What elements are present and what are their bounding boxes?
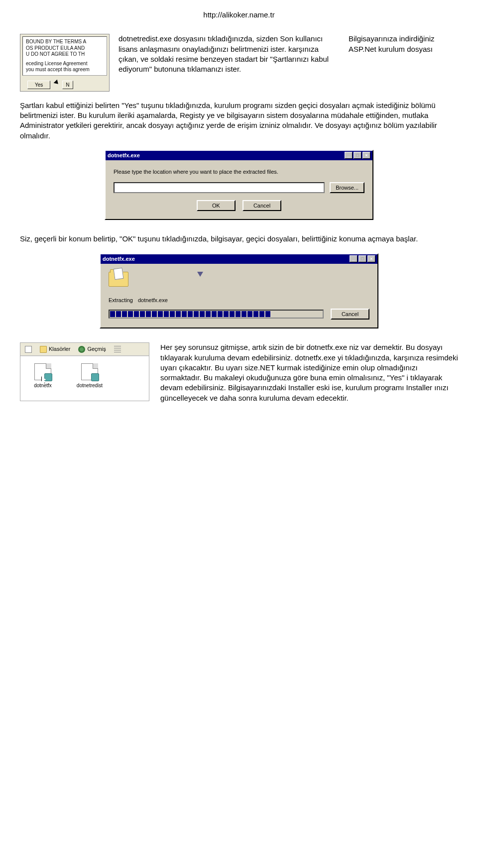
grid-icon xyxy=(25,346,32,353)
toolbar-label: Geçmiş xyxy=(87,345,106,353)
eula-snippet-window: BOUND BY THE TERMS A OS PRODUCT EULA AND… xyxy=(20,34,110,92)
file-label: dotnetredist xyxy=(72,382,107,389)
toolbar-label: Klasörler xyxy=(49,345,70,353)
explorer-toolbar: Klasörler Geçmiş xyxy=(20,343,149,356)
extracting-dialog: dotnetfx.exe _ □ × Extracting dotnetfx.e… xyxy=(100,253,378,329)
extracting-label: Extracting xyxy=(109,297,133,304)
dialog-title: dotnetfx.exe xyxy=(108,152,140,159)
extract-location-dialog: dotnetfx.exe _ □ × Please type the locat… xyxy=(105,150,373,220)
file-label: dotnetfx xyxy=(25,382,60,389)
cursor-icon xyxy=(54,79,60,86)
dialog-message: Please type the location where you want … xyxy=(114,168,364,176)
folder-icon xyxy=(109,272,128,287)
toolbar-folders-button[interactable]: Klasörler xyxy=(36,344,74,354)
eula-line: U DO NOT AGREE TO TH xyxy=(26,51,104,58)
file-icon xyxy=(34,363,51,380)
progress-bar xyxy=(109,310,324,319)
browse-button[interactable]: Browse... xyxy=(330,182,364,193)
intro-mid-text: dotnetredist.exe dosyasını tıkladığınızd… xyxy=(119,34,340,74)
paragraph-2: Siz, geçerli bir konum belirtip, "OK" tu… xyxy=(20,234,458,244)
history-icon xyxy=(78,346,85,353)
close-button[interactable]: × xyxy=(362,152,370,159)
list-icon xyxy=(114,346,121,353)
intro-right-text: Bilgisayarınıza indirdiğiniz ASP.Net kur… xyxy=(349,34,458,54)
eula-line: you must accept this agreem xyxy=(26,67,104,73)
cancel-button[interactable]: Cancel xyxy=(331,309,369,320)
minimize-button[interactable]: _ xyxy=(350,255,358,262)
toolbar-more-button[interactable] xyxy=(111,344,124,354)
toolbar-back-button[interactable] xyxy=(21,344,35,354)
location-input[interactable] xyxy=(114,182,325,193)
file-icon xyxy=(81,363,98,380)
arrow-down-icon xyxy=(197,272,203,277)
eula-no-button[interactable]: N xyxy=(62,81,73,89)
folder-icon xyxy=(40,346,47,353)
eula-line: eceding License Agreement xyxy=(26,61,104,67)
file-item-dotnetredist[interactable]: dotnetredist xyxy=(72,363,107,399)
ok-button[interactable]: OK xyxy=(197,200,236,211)
explorer-snippet: Klasörler Geçmiş dotnetfx dotnetre xyxy=(20,342,149,401)
close-button[interactable]: × xyxy=(367,255,375,262)
maximize-button[interactable]: □ xyxy=(354,152,361,159)
paragraph-1: Şartları kabul ettiğinizi belirten "Yes"… xyxy=(20,101,458,141)
maximize-button[interactable]: □ xyxy=(358,255,366,262)
paragraph-3: Her şey sorunsuz gitmişse, artık sizin d… xyxy=(160,342,458,403)
cancel-button[interactable]: Cancel xyxy=(242,200,281,211)
eula-yes-button[interactable]: Yes xyxy=(27,81,50,89)
extracting-filename: dotnetfx.exe xyxy=(138,297,168,304)
eula-line: BOUND BY THE TERMS A xyxy=(26,39,104,45)
page-url: http://alikoker.name.tr xyxy=(20,10,458,20)
toolbar-history-button[interactable]: Geçmiş xyxy=(75,344,109,354)
dialog-title: dotnetfx.exe xyxy=(103,255,135,263)
minimize-button[interactable]: _ xyxy=(345,152,353,159)
eula-line: OS PRODUCT EULA AND xyxy=(26,45,104,52)
eula-text: BOUND BY THE TERMS A OS PRODUCT EULA AND… xyxy=(22,36,107,76)
intro-row: BOUND BY THE TERMS A OS PRODUCT EULA AND… xyxy=(20,34,458,92)
file-item-dotnetfx[interactable]: dotnetfx xyxy=(25,363,60,399)
